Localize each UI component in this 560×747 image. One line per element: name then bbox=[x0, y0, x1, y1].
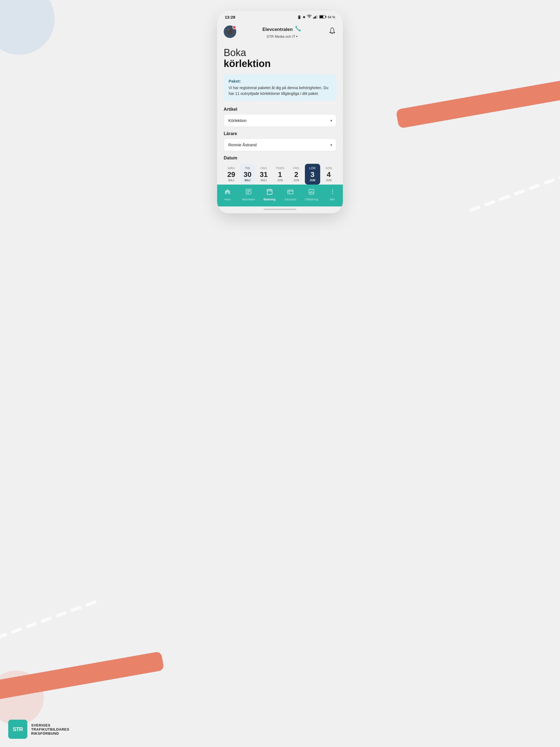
nav-item-hem[interactable]: Hem bbox=[219, 188, 236, 201]
date-month: JUN bbox=[309, 179, 315, 182]
svg-rect-12 bbox=[267, 189, 272, 195]
date-item[interactable]: LÖR 3 JUN bbox=[305, 164, 320, 185]
avatar[interactable]: ⚫ bbox=[224, 25, 236, 38]
artikel-select[interactable]: Körlektion bbox=[224, 114, 336, 127]
status-bar: 13:28 📳 ✱ bbox=[217, 11, 343, 22]
road-stripe-top bbox=[396, 77, 560, 129]
date-item[interactable]: TIS 30 MAJ bbox=[240, 164, 255, 185]
home-indicator bbox=[217, 206, 343, 213]
road-dashes-bottom bbox=[0, 600, 97, 656]
str-org-line1: SVERIGES bbox=[31, 723, 69, 727]
notification-bell[interactable] bbox=[328, 27, 336, 36]
date-month: JUN bbox=[294, 179, 299, 182]
nav-icon bbox=[308, 188, 315, 197]
date-day-name: TIS bbox=[245, 166, 250, 170]
svg-point-24 bbox=[332, 193, 333, 194]
nav-item-ekonomi[interactable]: Ekonomi bbox=[282, 188, 299, 201]
page-title-line1: Boka bbox=[224, 47, 336, 58]
wifi-icon bbox=[307, 15, 312, 19]
svg-rect-0 bbox=[313, 18, 314, 19]
dash bbox=[529, 183, 540, 190]
date-number: 29 bbox=[227, 171, 235, 178]
dash bbox=[514, 189, 525, 196]
dash bbox=[85, 600, 97, 607]
dash bbox=[469, 205, 481, 212]
dropdown-arrow-icon: ▾ bbox=[296, 35, 298, 38]
date-number: 31 bbox=[260, 171, 268, 178]
dash bbox=[559, 173, 560, 179]
nav-item-mer[interactable]: Mer bbox=[324, 188, 341, 201]
bluetooth-icon: ✱ bbox=[303, 15, 305, 19]
nav-label: Aktiviteter bbox=[242, 198, 255, 201]
svg-rect-20 bbox=[310, 191, 311, 193]
date-item[interactable]: SÖN 4 JUN bbox=[321, 164, 336, 185]
subtitle-text: STR Media och IT bbox=[266, 34, 295, 38]
dash bbox=[0, 633, 7, 640]
str-logo-section: STR SVERIGES TRAFIKUTBILDARES RIKSFÖRBUN… bbox=[8, 720, 69, 739]
nav-subtitle[interactable]: STR Media och IT ▾ bbox=[266, 34, 298, 38]
svg-rect-1 bbox=[314, 17, 315, 19]
date-month: MAJ bbox=[245, 179, 251, 182]
battery-icon bbox=[320, 15, 327, 19]
str-org-name: SVERIGES TRAFIKUTBILDARES RIKSFÖRBUND bbox=[31, 723, 69, 736]
dash bbox=[26, 622, 37, 628]
nav-label: Ekonomi bbox=[285, 198, 297, 201]
page-title: Boka körlektion bbox=[224, 47, 336, 69]
nav-brand: Elevcentralen bbox=[262, 25, 302, 34]
svg-rect-3 bbox=[316, 15, 317, 19]
nav-item-bokning[interactable]: Bokning bbox=[261, 188, 278, 201]
dash bbox=[55, 611, 67, 618]
artikel-select-wrapper: Körlektion ▾ bbox=[224, 114, 336, 127]
date-row: MÅN 29 MAJ TIS 30 MAJ ONS 31 MAJ TORS 1 … bbox=[224, 164, 336, 185]
status-icons: 📳 ✱ bbox=[297, 15, 335, 19]
dash bbox=[11, 627, 22, 634]
svg-rect-16 bbox=[288, 190, 293, 194]
nav-center: Elevcentralen STR Media och IT ▾ bbox=[262, 25, 302, 38]
svg-rect-2 bbox=[315, 16, 316, 19]
str-logo-box: STR bbox=[8, 720, 27, 739]
artikel-label: Artikel bbox=[224, 107, 336, 112]
date-number: 1 bbox=[278, 171, 282, 178]
larare-select[interactable]: Ronnie Åstrand bbox=[224, 138, 336, 151]
date-day-name: LÖR bbox=[309, 166, 316, 170]
date-month: MAJ bbox=[261, 179, 267, 182]
bottom-nav: Hem Aktiviteter Bokning Ekonomi Utbildni… bbox=[217, 185, 343, 206]
dash bbox=[70, 606, 82, 613]
svg-rect-4 bbox=[317, 15, 318, 19]
date-item[interactable]: MÅN 29 MAJ bbox=[224, 164, 239, 185]
phone-icon bbox=[294, 25, 302, 34]
dash bbox=[543, 178, 555, 185]
notification-badge bbox=[232, 25, 236, 29]
phone-frame: 13:28 📳 ✱ bbox=[217, 11, 343, 213]
road-dashes-top bbox=[469, 156, 560, 212]
avatar-icon: ⚫ bbox=[226, 28, 234, 35]
date-item[interactable]: ONS 31 MAJ bbox=[256, 164, 271, 185]
info-box-title: Paket: bbox=[229, 79, 331, 83]
nav-item-utbildning[interactable]: Utbildning bbox=[303, 188, 320, 201]
date-month: JUN bbox=[326, 179, 332, 182]
nav-label: Bokning bbox=[263, 198, 276, 201]
svg-rect-7 bbox=[320, 16, 323, 18]
signal-icon bbox=[313, 15, 318, 19]
svg-point-22 bbox=[332, 189, 333, 190]
nav-item-aktiviteter[interactable]: Aktiviteter bbox=[240, 188, 257, 201]
dash bbox=[499, 195, 510, 201]
date-number: 4 bbox=[327, 171, 331, 178]
larare-section: Lärare Ronnie Åstrand ▾ bbox=[224, 131, 336, 151]
brand-name: Elevcentralen bbox=[262, 27, 293, 32]
date-day-name: FRE bbox=[293, 166, 299, 170]
date-item[interactable]: FRE 2 JUN bbox=[289, 164, 304, 185]
nav-label: Utbildning bbox=[305, 198, 318, 201]
nav-icon bbox=[329, 188, 336, 197]
nav-icon bbox=[224, 188, 231, 197]
date-number: 3 bbox=[311, 171, 314, 178]
date-day-name: MÅN bbox=[228, 166, 235, 170]
dash bbox=[484, 200, 495, 207]
artikel-section: Artikel Körlektion ▾ bbox=[224, 107, 336, 127]
info-box-text: Vi har registrerat paketet åt dig på den… bbox=[229, 85, 331, 97]
page-title-line2: körlektion bbox=[224, 58, 336, 69]
str-org-line2: TRAFIKUTBILDARES bbox=[31, 727, 69, 731]
main-content: Boka körlektion Paket: Vi har registrera… bbox=[217, 43, 343, 185]
date-section: Datum MÅN 29 MAJ TIS 30 MAJ ONS 31 MAJ T… bbox=[224, 156, 336, 185]
date-item[interactable]: TORS 1 JUN bbox=[272, 164, 287, 185]
